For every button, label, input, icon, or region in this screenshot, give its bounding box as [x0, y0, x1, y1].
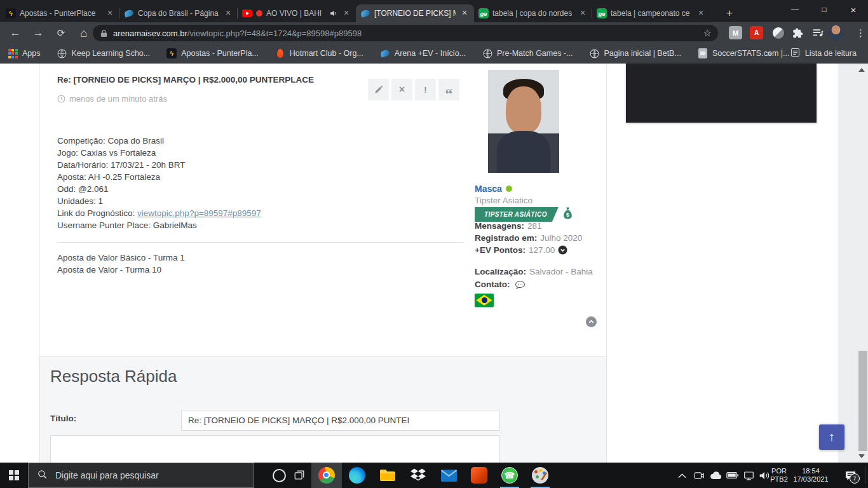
extension-m-icon[interactable]: M — [729, 26, 742, 39]
scrollbar-up-arrow-icon[interactable] — [858, 68, 865, 72]
bookmark-arena-ev[interactable]: Arena +EV - Início... — [380, 48, 466, 58]
adobe-pdf-extension-icon[interactable]: A — [750, 26, 763, 39]
taskbar-whatsapp-button[interactable]: ☎ — [494, 463, 525, 488]
tray-expand-button[interactable] — [675, 463, 689, 488]
show-desktop-divider[interactable] — [865, 466, 865, 484]
browser-profile-avatar[interactable] — [829, 26, 843, 39]
taskbar-chrome-button[interactable] — [311, 463, 342, 488]
collapse-post-button[interactable] — [586, 316, 597, 330]
address-bar[interactable]: arenamaisev.com.br/viewtopic.php?f=48&t=… — [93, 25, 718, 41]
taskbar-office-button[interactable] — [464, 463, 494, 488]
start-button[interactable] — [0, 463, 28, 488]
user-avatar-photo[interactable] — [488, 70, 559, 173]
extensions-puzzle-icon[interactable] — [790, 26, 804, 39]
apps-shortcut[interactable]: Apps — [8, 48, 41, 58]
tray-onedrive-button[interactable] — [708, 463, 723, 488]
reply-title-input[interactable] — [181, 410, 500, 431]
browser-toolbar: ← → ⟳ ⌂ arenamaisev.com.br/viewtopic.php… — [0, 22, 868, 43]
location-row: Localização: Salvador - Bahia — [475, 267, 593, 276]
points-chevron-icon[interactable] — [558, 245, 567, 255]
tab-close-icon[interactable]: × — [459, 8, 470, 18]
circle-extension-icon[interactable] — [771, 26, 785, 39]
tab-copa-do-brasil[interactable]: Copa do Brasil - Página × — [119, 4, 238, 22]
window-maximize-button[interactable]: □ — [810, 0, 839, 21]
tray-network-button[interactable] — [741, 463, 756, 488]
scrollbar-down-arrow-icon[interactable] — [858, 454, 865, 458]
page-scrollbar[interactable] — [838, 64, 868, 463]
lock-icon[interactable] — [100, 29, 107, 37]
bookmark-pagina-inicial-betb[interactable]: Pagina inicial | BetB... — [590, 48, 681, 58]
taskbar-dropbox-button[interactable] — [403, 463, 433, 488]
tab-tabela-campeonato[interactable]: ge tabela | campeonato ce × — [592, 4, 710, 22]
tab-close-icon[interactable]: × — [696, 8, 706, 18]
points-label: +EV Pontos: — [475, 245, 526, 255]
taskbar-mail-button[interactable] — [433, 463, 464, 488]
window-minimize-button[interactable]: — — [780, 0, 810, 21]
reading-list-button[interactable]: Lista de leitura — [782, 48, 868, 59]
scrollbar-thumb[interactable] — [858, 351, 867, 451]
up-arrow-icon: ↑ — [829, 430, 835, 444]
new-tab-button[interactable]: + — [721, 4, 738, 22]
back-button[interactable]: ← — [6, 24, 24, 42]
bookmark-star-icon[interactable]: ☆ — [703, 27, 712, 39]
apps-grid-icon — [8, 48, 18, 58]
bookmarks-overflow-button[interactable]: » — [758, 48, 781, 58]
tray-meet-now-button[interactable] — [691, 463, 707, 488]
bookmark-hotmart[interactable]: Hotmart Club - Org... — [275, 48, 363, 58]
tab-close-icon[interactable]: × — [105, 8, 115, 18]
window-close-button[interactable]: × — [839, 0, 868, 21]
taskbar-search-input[interactable] — [54, 470, 228, 481]
username-link[interactable]: Masca — [475, 184, 512, 194]
chat-bubble-icon[interactable] — [515, 280, 526, 289]
tab-close-icon[interactable]: × — [223, 8, 233, 18]
network-icon — [743, 471, 754, 480]
taskbar-edge-button[interactable] — [342, 463, 372, 488]
reading-list-icon — [790, 48, 800, 59]
playlist-queue-icon[interactable] — [811, 26, 824, 39]
office-icon — [471, 467, 487, 484]
browser-menu-icon[interactable]: ⋮ — [854, 26, 867, 39]
forward-button[interactable]: → — [29, 24, 47, 42]
bookmark-keep-learning[interactable]: Keep Learning Scho... — [57, 48, 151, 58]
notification-center-button[interactable]: 7 — [837, 463, 863, 488]
youtube-favicon — [242, 8, 252, 18]
svg-text:$: $ — [566, 212, 569, 218]
tab-apostas-punterplace[interactable]: ϟ Apostas - PunterPlace × — [1, 4, 119, 22]
meet-now-camera-icon — [694, 471, 705, 480]
tray-clock[interactable]: 18:54 17/03/2021 — [792, 463, 830, 488]
post-actions: × ! “ — [368, 79, 459, 100]
ge-favicon: ge — [597, 8, 607, 18]
tab-tabela-copa-nordeste[interactable]: ge tabela | copa do nordes × — [474, 4, 592, 22]
delete-post-button[interactable]: × — [391, 79, 412, 100]
tray-battery-button[interactable] — [724, 463, 740, 488]
tray-language-indicator[interactable]: POR PTB2 — [766, 463, 792, 488]
bookmark-prematch-games[interactable]: Pre-Match Games -... — [482, 48, 573, 58]
tab-close-icon[interactable]: × — [341, 8, 351, 18]
task-view-button[interactable] — [286, 463, 313, 488]
url-domain: arenamaisev.com.br — [113, 29, 187, 38]
tab-youtube-live[interactable]: AO VIVO | BAHI × — [238, 4, 356, 22]
tab-audio-icon[interactable] — [330, 10, 337, 17]
reload-button[interactable]: ⟳ — [52, 24, 70, 42]
contact-label: Contato: — [475, 280, 510, 289]
scroll-to-top-button[interactable]: ↑ — [819, 424, 844, 450]
quote-post-button[interactable]: “ — [438, 79, 459, 100]
messages-value[interactable]: 281 — [527, 221, 542, 231]
language-code: POR — [771, 467, 787, 475]
taskbar-search-box[interactable] — [28, 463, 254, 488]
money-bag-icon: $ — [563, 207, 573, 222]
windows-logo-icon — [9, 470, 19, 480]
bookmark-apostas-punterplace[interactable]: ϟ Apostas - PunterPla... — [166, 48, 259, 58]
edit-post-button[interactable] — [368, 79, 389, 100]
home-button[interactable]: ⌂ — [75, 24, 93, 42]
post-line: Odd: @2.061 — [57, 183, 261, 195]
tab-torneio-de-picks-active[interactable]: [TORNEIO DE PICKS] M × — [356, 4, 474, 22]
tab-close-icon[interactable]: × — [578, 8, 588, 18]
globe-icon — [482, 48, 492, 58]
prognostico-link[interactable]: viewtopic.php?p=89597#p89597 — [137, 208, 261, 218]
report-post-button[interactable]: ! — [415, 79, 436, 100]
taskbar-file-explorer-button[interactable] — [372, 463, 403, 488]
taskbar-paint-button[interactable] — [525, 463, 555, 488]
signature-line: Aposta de Valor Básico - Turma 1 — [57, 252, 185, 264]
dark-banner-image[interactable] — [626, 64, 817, 123]
